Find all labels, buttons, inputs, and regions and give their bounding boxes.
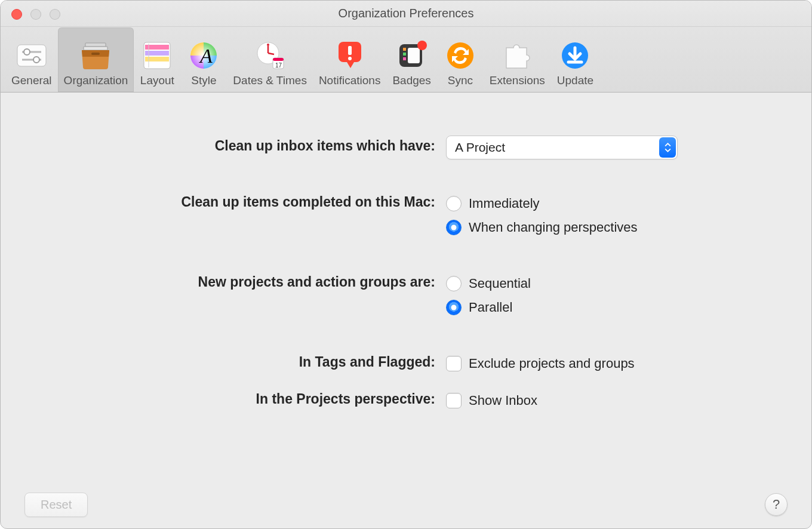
titlebar: Organization Preferences [1,1,811,27]
svg-rect-29 [403,53,406,56]
checkbox-label: Exclude projects and groups [469,356,635,371]
cleanup-inbox-label: Clean up inbox items which have: [1,136,435,154]
tab-update[interactable]: Update [551,27,599,92]
puzzle-icon [500,41,534,70]
checkbox-icon [446,393,462,408]
radio-label: When changing perspectives [469,220,638,235]
tab-organization[interactable]: Organization [58,27,134,92]
minimize-window-button[interactable] [30,9,41,20]
svg-rect-28 [403,48,406,51]
tab-label: Notifications [319,74,381,87]
clock-calendar-icon: 17 [253,41,287,70]
zoom-window-button[interactable] [50,9,60,20]
radio-icon [446,220,462,235]
preferences-content: Clean up inbox items which have: A Proje… [1,93,811,482]
window-controls [11,9,60,20]
sliders-icon [14,41,49,70]
svg-point-4 [33,57,39,63]
radio-label: Parallel [469,300,512,315]
tags-flagged-label: In Tags and Flagged: [1,352,435,370]
tab-label: Layout [140,74,174,87]
tab-label: Organization [64,74,128,87]
svg-rect-30 [403,57,406,60]
svg-rect-22 [273,58,284,61]
alert-icon [333,41,367,70]
checkbox-icon [446,356,462,371]
tab-general[interactable]: General [5,27,58,92]
svg-text:17: 17 [275,62,282,69]
footer: Reset ? [1,481,811,528]
cleanup-inbox-popup[interactable]: A Project [446,136,678,159]
tab-label: Badges [392,74,430,87]
svg-text:A: A [199,45,213,67]
tab-label: General [11,74,52,87]
new-projects-label: New projects and action groups are: [1,272,435,290]
font-color-icon: A [186,41,221,70]
cleanup-completed-label: Clean up items completed on this Mac: [1,192,435,210]
tab-label: Style [191,74,216,87]
svg-rect-0 [17,45,46,66]
svg-rect-6 [84,47,107,50]
layout-lines-icon [140,41,174,70]
svg-rect-7 [91,53,100,55]
preferences-toolbar: General Organization [1,27,811,93]
reset-button[interactable]: Reset [24,493,88,517]
checkbox-exclude-projects-groups[interactable]: Exclude projects and groups [446,352,635,376]
svg-point-32 [417,41,427,50]
tab-dates-times[interactable]: 17 Dates & Times [227,27,313,92]
radio-label: Immediately [469,196,540,211]
tab-label: Update [557,74,593,87]
sync-icon [443,41,478,70]
preferences-window: Organization Preferences General [0,0,812,529]
radio-icon [446,196,462,211]
svg-point-20 [267,44,269,46]
download-icon [558,41,592,70]
radio-icon [446,300,462,315]
checkbox-label: Show Inbox [469,393,537,408]
badges-icon [395,41,429,70]
close-window-button[interactable] [11,9,22,20]
radio-sequential[interactable]: Sequential [446,272,531,296]
checkbox-show-inbox[interactable]: Show Inbox [446,389,537,413]
tab-label: Sync [448,74,473,87]
filing-cabinet-icon [78,41,113,70]
radio-when-changing-perspectives[interactable]: When changing perspectives [446,216,638,239]
svg-point-26 [348,57,352,60]
projects-perspective-label: In the Projects perspective: [1,389,435,407]
radio-label: Sequential [469,276,531,291]
tab-label: Dates & Times [233,74,307,87]
tab-layout[interactable]: Layout [134,27,180,92]
svg-rect-25 [348,46,352,55]
radio-parallel[interactable]: Parallel [446,296,531,319]
tab-notifications[interactable]: Notifications [313,27,387,92]
tab-style[interactable]: A Style [180,27,227,92]
window-title: Organization Preferences [1,7,811,20]
cleanup-inbox-value: A Project [455,140,505,155]
svg-point-2 [24,49,30,55]
svg-point-33 [447,42,473,69]
svg-rect-5 [85,43,106,47]
help-button[interactable]: ? [765,493,788,516]
tab-extensions[interactable]: Extensions [484,27,551,92]
popup-stepper-icon [659,137,676,158]
tab-label: Extensions [490,74,545,87]
svg-rect-31 [408,48,420,63]
radio-immediately[interactable]: Immediately [446,192,638,216]
tab-sync[interactable]: Sync [437,27,484,92]
radio-icon [446,276,462,291]
tab-badges[interactable]: Badges [386,27,436,92]
